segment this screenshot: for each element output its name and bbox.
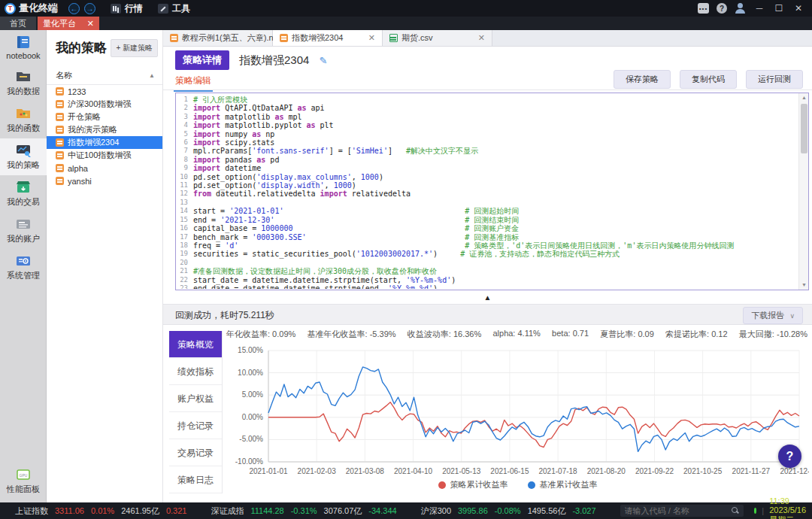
scroll-up-icon[interactable]: ▲ <box>799 93 809 102</box>
sidebar-item-notebook[interactable]: notebook <box>0 30 47 65</box>
line-number: 11 <box>177 181 193 190</box>
strategy-list-item[interactable]: 中证100指数增强 <box>47 149 162 162</box>
result-tab-策略概览[interactable]: 策略概览 <box>169 331 222 358</box>
line-number: 12 <box>177 190 193 198</box>
notebook-file-icon <box>170 34 178 42</box>
strategy-file-icon <box>56 151 64 159</box>
result-tab-策略日志[interactable]: 策略日志 <box>169 466 222 493</box>
line-number: 21 <box>177 267 193 275</box>
sidebar-item-我的账户[interactable]: 我的账户 <box>0 212 47 249</box>
strategy-list-item[interactable]: 我的演示策略 <box>47 123 162 136</box>
run-backtest-button[interactable]: 运行回测 <box>746 70 803 89</box>
result-tab-绩效指标[interactable]: 绩效指标 <box>169 358 222 385</box>
line-number: 6 <box>177 138 193 147</box>
stock-search-box[interactable] <box>620 505 744 517</box>
close-button[interactable]: ✕ <box>792 3 804 14</box>
left-icon-sidebar: notebook我的数据我的函数我的策略我的交易我的账户系统管理 GPU性能面板 <box>0 30 47 502</box>
strategy-list-item[interactable]: 开仓策略 <box>47 111 162 123</box>
index-price: 11144.28 <box>250 506 283 515</box>
index-change: 0.321 <box>166 506 187 515</box>
maximize-button[interactable]: ☐ <box>773 3 785 14</box>
strategy-list-item[interactable]: 沪深300指数增强 <box>47 98 162 111</box>
scroll-down-icon[interactable]: ▼ <box>799 281 809 290</box>
strategy-name: 我的演示策略 <box>68 124 117 135</box>
index-name: 上证指数 <box>15 505 48 517</box>
sidebar-item-我的策略[interactable]: 我的策略 <box>0 138 47 175</box>
copy-code-button[interactable]: 复制代码 <box>680 70 737 89</box>
chart-legend: 策略累计收益率基准累计收益率 <box>226 479 809 490</box>
result-tab-账户权益[interactable]: 账户权益 <box>169 385 222 412</box>
line-number: 15 <box>177 216 193 224</box>
code-line: 15end = '2021-12-30' # 回测结束时间 <box>177 216 798 224</box>
index-沪深300[interactable]: 沪深3003995.86-0.08%1495.56亿-3.027 <box>421 505 596 517</box>
index-change: -3.027 <box>572 506 595 515</box>
minimize-button[interactable]: ─ <box>753 3 765 14</box>
sidebar-item-我的数据[interactable]: 我的数据 <box>0 65 47 102</box>
tab-home[interactable]: 首页 <box>0 17 36 30</box>
tab-close-icon[interactable]: ✕ <box>87 19 94 29</box>
app-window: T 量化终端 ← → 行情 工具 ••• ? ─ ☐ ✕ 首页 量化平台 ✕ <box>0 0 812 519</box>
stock-search-input[interactable] <box>625 506 732 515</box>
strategy-file-icon <box>56 113 64 121</box>
menu-market[interactable]: 行情 <box>111 2 143 15</box>
result-tab-持仓记录[interactable]: 持仓记录 <box>169 412 222 439</box>
new-strategy-button[interactable]: + 新建策略 <box>111 39 158 57</box>
menu-tools-label: 工具 <box>172 2 190 15</box>
svg-text:-10.00%: -10.00% <box>235 457 263 466</box>
sidebar-item-系统管理[interactable]: 系统管理 <box>0 249 47 286</box>
sidebar-item-label: 我的数据 <box>7 86 40 96</box>
sort-asc-icon[interactable]: ▲ <box>149 72 155 79</box>
search-icon[interactable] <box>732 507 739 514</box>
app-logo: T 量化终端 <box>0 2 64 15</box>
sidebar-item-label: 我的函数 <box>7 123 40 132</box>
result-tab-交易记录[interactable]: 交易记录 <box>169 439 222 466</box>
download-report-button[interactable]: 下载报告 ∨ <box>743 307 803 324</box>
menu-tools[interactable]: 工具 <box>158 2 190 15</box>
forward-icon[interactable]: → <box>84 3 95 14</box>
metric-夏普比率: 夏普比率: 0.09 <box>600 329 654 340</box>
svg-text:2021-10-25: 2021-10-25 <box>683 467 723 475</box>
sidebar-item-label: 我的交易 <box>7 197 40 206</box>
save-strategy-button[interactable]: 保存策略 <box>614 70 671 89</box>
user-icon[interactable] <box>735 3 746 14</box>
separator: | <box>762 506 764 515</box>
doc-tab-close-icon[interactable]: ✕ <box>471 33 485 43</box>
code-editor[interactable]: 1# 引入所需模块2import QtAPI.QtDataAPI as api3… <box>175 93 809 290</box>
header-divider <box>163 90 812 90</box>
doc-tab[interactable]: 指数增强2304✕ <box>273 30 383 46</box>
index-上证指数[interactable]: 上证指数3311.060.01%2461.95亿0.321 <box>15 505 186 517</box>
list-column-header[interactable]: 名称 ▲ <box>47 64 162 85</box>
edit-title-icon[interactable]: ✎ <box>319 55 327 66</box>
editor-scrollbar[interactable]: ▲ ▼ <box>798 93 808 290</box>
sidebar-item-我的函数[interactable]: 我的函数 <box>0 102 47 138</box>
index-深证成指[interactable]: 深证成指11144.28-0.31%3076.07亿-34.344 <box>211 505 396 517</box>
line-number: 22 <box>177 276 193 284</box>
doc-tab-close-icon[interactable]: ✕ <box>361 33 375 43</box>
doc-tab[interactable]: 教程示例1(第五、六章).nb✕ <box>163 30 273 46</box>
back-icon[interactable]: ← <box>68 3 80 14</box>
strategy-list-item[interactable]: alpha <box>47 162 162 175</box>
strategy-list-item[interactable]: 1233 <box>47 85 162 98</box>
scrollbar-thumb[interactable] <box>801 104 807 153</box>
strategy-list-item[interactable]: 指数增强2304 <box>47 136 162 149</box>
sidebar-item-我的交易[interactable]: 我的交易 <box>0 175 47 212</box>
feedback-icon[interactable]: ••• <box>698 3 709 14</box>
metric-年化收益率: 年化收益率: 0.09% <box>226 329 295 340</box>
legend-item[interactable]: 策略累计收益率 <box>438 479 508 490</box>
svg-text:5.00%: 5.00% <box>242 390 263 399</box>
line-number: 16 <box>177 224 193 232</box>
backtest-status-text: 回测成功，耗时75.211秒 <box>175 309 274 322</box>
sidebar-item-性能面板[interactable]: GPU性能面板 <box>0 463 47 499</box>
doc-tab[interactable]: 期货.csv✕ <box>383 30 492 46</box>
line-number: 10 <box>177 173 193 181</box>
chart-help-button[interactable]: ? <box>778 445 801 468</box>
code-line: 18freq = 'd' # 策略类型，'d'表示日间策略使用日线回测，'m'表… <box>177 241 798 250</box>
help-icon[interactable]: ? <box>717 3 727 14</box>
index-name: 深证成指 <box>211 505 244 517</box>
legend-item[interactable]: 基准累计收益率 <box>528 479 598 490</box>
code-area[interactable]: 1# 引入所需模块2import QtAPI.QtDataAPI as api3… <box>177 94 798 289</box>
legend-label: 基准累计收益率 <box>540 479 598 490</box>
collapse-editor-icon[interactable]: ▲ <box>484 293 492 302</box>
tab-quant-platform[interactable]: 量化平台 ✕ <box>38 17 99 30</box>
strategy-list-item[interactable]: yanshi <box>47 175 162 187</box>
